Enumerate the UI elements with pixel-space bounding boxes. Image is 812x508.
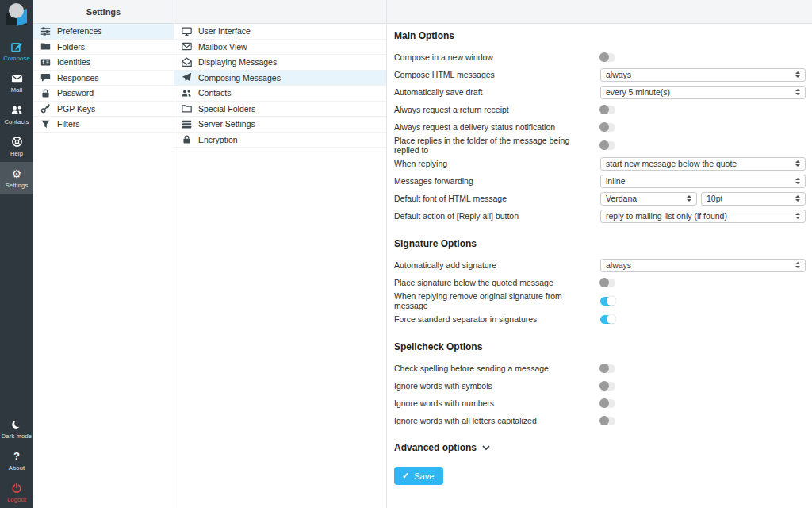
settings-nav-item-preferences[interactable]: Preferences <box>33 24 174 40</box>
compose-new-window-toggle[interactable] <box>600 53 615 62</box>
select-value: always <box>606 260 631 270</box>
nav-item-label: User Interface <box>198 26 251 36</box>
taskbar-item-label: Settings <box>6 182 29 189</box>
pref-row-return-receipt: Always request a return receipt <box>394 101 806 118</box>
power-icon <box>11 482 22 494</box>
pref-row-sig-below-quote: Place signature below the quoted message <box>394 274 806 291</box>
pref-row-default-font: Default font of HTML message Verdana 10p… <box>394 190 806 207</box>
settings-nav-item-filters[interactable]: Filters <box>33 117 174 133</box>
filter-icon <box>40 118 51 129</box>
save-draft-select[interactable]: every 5 minute(s) <box>600 86 806 99</box>
select-value: 10pt <box>707 194 722 203</box>
advanced-options-label: Advanced options <box>394 442 477 453</box>
pref-row-ignore-symbols: Ignore words with symbols <box>394 377 806 394</box>
ignore-numbers-toggle[interactable] <box>600 399 615 408</box>
pref-label: Default action of [Reply all] button <box>394 211 600 221</box>
font-family-select[interactable]: Verdana <box>600 192 697 206</box>
nav-item-label: Identities <box>57 57 90 67</box>
settings-nav-item-pgp-keys[interactable]: PGP Keys <box>33 102 174 117</box>
preference-sections-panel: User Interface Mailbox View Displaying M… <box>174 0 387 508</box>
pref-row-forwarding: Messages forwarding inline <box>394 172 806 190</box>
nav-item-label: Mailbox View <box>198 42 247 52</box>
select-value: Verdana <box>606 194 637 203</box>
select-arrows-icon <box>795 262 800 268</box>
envelope-open-icon <box>181 56 192 67</box>
dsn-toggle[interactable] <box>600 123 615 132</box>
section-item-user-interface[interactable]: User Interface <box>174 24 386 40</box>
reply-all-select[interactable]: reply to mailing list only (if found) <box>600 210 806 223</box>
nav-item-label: Displaying Messages <box>198 57 277 67</box>
pref-row-reply-folder: Place replies in the folder of the messa… <box>394 136 806 155</box>
nav-item-label: Filters <box>57 119 80 129</box>
section-item-server-settings[interactable]: Server Settings <box>174 117 386 133</box>
save-button-label: Save <box>414 471 434 481</box>
question-icon: ? <box>13 450 20 462</box>
forwarding-select[interactable]: inline <box>600 175 806 188</box>
nav-item-label: PGP Keys <box>57 104 95 114</box>
select-arrows-icon <box>795 213 800 219</box>
nav-item-label: Password <box>57 88 94 98</box>
monitor-icon <box>181 25 192 37</box>
taskbar-item-help[interactable]: Help <box>0 130 33 162</box>
nav-item-label: Composing Messages <box>198 73 281 83</box>
select-value: start new message below the quote <box>606 159 737 168</box>
taskbar-item-dark-mode[interactable]: Dark mode <box>0 413 33 444</box>
font-size-select[interactable]: 10pt <box>701 192 806 206</box>
taskbar-item-compose[interactable]: Compose <box>0 35 33 67</box>
ignore-symbols-toggle[interactable] <box>600 382 615 391</box>
server-icon <box>181 118 192 129</box>
pref-row-when-replying: When replying start new message below th… <box>394 155 806 172</box>
taskbar-item-mail[interactable]: Mail <box>0 67 33 98</box>
check-icon: ✓ <box>402 471 409 481</box>
section-heading-signature-options: Signature Options <box>394 238 806 249</box>
sig-below-quote-toggle[interactable] <box>600 279 615 287</box>
settings-nav-item-identities[interactable]: Identities <box>33 55 174 71</box>
compose-html-select[interactable]: always <box>600 68 806 82</box>
pref-row-auto-signature: Automatically add signature always <box>394 256 806 274</box>
taskbar-item-label: Dark mode <box>2 433 32 440</box>
sig-separator-toggle[interactable] <box>600 315 615 324</box>
section-item-contacts[interactable]: Contacts <box>174 86 386 102</box>
id-card-icon <box>40 56 51 67</box>
taskbar-item-label: Compose <box>3 55 30 62</box>
taskbar-item-logout[interactable]: Logout <box>0 476 33 508</box>
settings-nav-panel: Settings Preferences Folders Identities … <box>33 0 174 508</box>
section-item-composing-messages[interactable]: Composing Messages <box>174 71 386 87</box>
settings-nav-item-folders[interactable]: Folders <box>33 40 174 56</box>
taskbar-item-label: Mail <box>11 87 23 94</box>
section-heading-main-options: Main Options <box>394 30 806 41</box>
select-value: every 5 minute(s) <box>606 87 670 97</box>
section-item-encryption[interactable]: Encryption <box>174 133 386 148</box>
pref-label: Check spelling before sending a message <box>394 364 600 373</box>
pref-row-reply-all: Default action of [Reply all] button rep… <box>394 207 806 225</box>
pref-label: Place replies in the folder of the messa… <box>394 136 600 155</box>
settings-gear-icon: ⚙ <box>12 167 22 179</box>
return-receipt-toggle[interactable] <box>600 106 615 114</box>
pref-label: Always request a return receipt <box>394 105 600 114</box>
when-replying-select[interactable]: start new message below the quote <box>600 157 806 171</box>
pref-label: Messages forwarding <box>394 176 600 186</box>
taskbar-item-about[interactable]: ? About <box>0 444 33 476</box>
auto-signature-select[interactable]: always <box>600 259 806 272</box>
spell-before-send-toggle[interactable] <box>600 364 615 373</box>
settings-nav-header: Settings <box>33 0 174 24</box>
folder-icon <box>40 41 51 52</box>
taskbar-item-settings[interactable]: ⚙ Settings <box>0 162 33 194</box>
section-item-displaying-messages[interactable]: Displaying Messages <box>174 55 386 71</box>
ignore-caps-toggle[interactable] <box>600 417 615 425</box>
pref-label: When replying remove original signature … <box>394 291 600 310</box>
strip-signature-toggle[interactable] <box>600 297 615 306</box>
app-logo[interactable] <box>0 0 33 35</box>
section-item-mailbox-view[interactable]: Mailbox View <box>174 40 386 56</box>
main-header <box>387 0 812 24</box>
key-icon <box>40 103 51 114</box>
reply-folder-toggle[interactable] <box>600 141 615 150</box>
save-button[interactable]: ✓ Save <box>394 467 443 485</box>
settings-nav-item-responses[interactable]: Responses <box>33 71 174 87</box>
section-item-special-folders[interactable]: Special Folders <box>174 102 386 117</box>
taskbar-spacer <box>0 194 33 413</box>
settings-nav-item-password[interactable]: Password <box>33 86 174 102</box>
paper-plane-icon <box>181 72 192 83</box>
taskbar-item-contacts[interactable]: Contacts <box>0 98 33 130</box>
advanced-options-toggle[interactable]: Advanced options <box>394 442 806 453</box>
